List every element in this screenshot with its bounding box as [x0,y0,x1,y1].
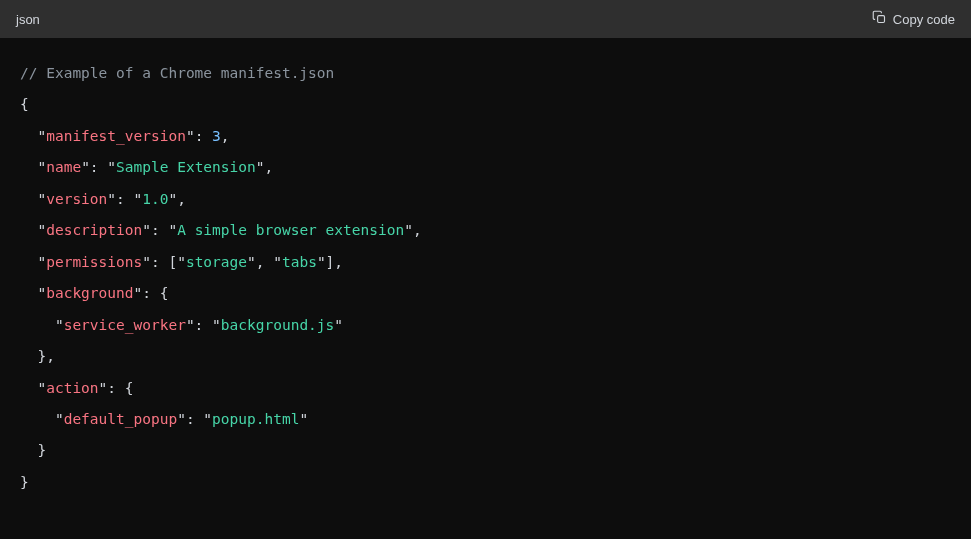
code-block: json Copy code // Example of a Chrome ma… [0,0,971,539]
code-body[interactable]: // Example of a Chrome manifest.json { "… [0,38,971,539]
copy-code-label: Copy code [893,12,955,27]
language-label: json [16,12,40,27]
code-content: // Example of a Chrome manifest.json { "… [20,58,951,498]
copy-icon [872,10,887,28]
copy-code-button[interactable]: Copy code [872,10,955,28]
svg-rect-0 [877,16,884,23]
code-header: json Copy code [0,0,971,38]
